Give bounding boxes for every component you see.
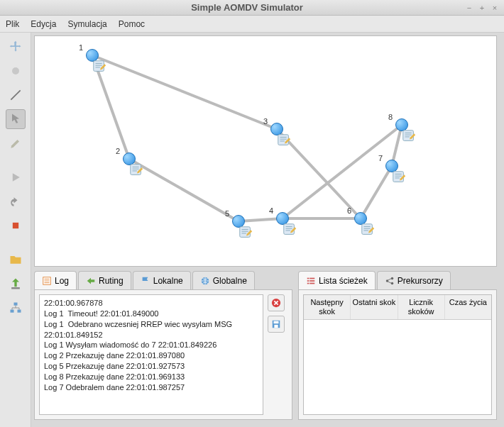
svg-rect-62: [309, 282, 314, 284]
node-note-icon: [360, 222, 376, 238]
menu-help[interactable]: Pomoc: [119, 19, 145, 29]
toolbar: [0, 33, 31, 427]
minimize-button[interactable]: −: [464, 3, 474, 13]
tab-log[interactable]: Log: [34, 271, 77, 289]
node-label-1: 1: [79, 43, 83, 52]
svg-line-14: [361, 166, 392, 218]
menu-simulation[interactable]: Symulacja: [67, 19, 106, 29]
th-next-hop[interactable]: Następny skok: [304, 295, 351, 319]
svg-rect-28: [284, 224, 295, 235]
svg-rect-24: [278, 135, 289, 145]
tab-routing[interactable]: Ruting: [78, 271, 131, 289]
th-hop-count[interactable]: Licznik skoków: [398, 295, 445, 319]
svg-rect-20: [131, 165, 141, 175]
log-textarea[interactable]: 22:01:00.967878 Log 1 Timeout! 22:01:01.…: [39, 294, 263, 415]
globe-icon: [200, 276, 210, 286]
svg-rect-60: [309, 280, 314, 282]
svg-line-1: [11, 90, 20, 99]
tab-local[interactable]: Lokalne: [133, 271, 191, 289]
node-note-icon: [282, 222, 297, 238]
maximize-button[interactable]: +: [477, 3, 487, 13]
svg-rect-56: [274, 325, 278, 328]
svg-line-7: [92, 55, 277, 129]
tool-step[interactable]: [6, 192, 26, 211]
paths-panel: Następny skok Ostatni skok Licznik skokó…: [298, 289, 497, 420]
tool-select[interactable]: [6, 109, 26, 129]
node-label-3: 3: [263, 117, 268, 126]
menu-edit[interactable]: Edycja: [31, 19, 56, 29]
node-label-2: 2: [116, 147, 120, 155]
tool-node[interactable]: [6, 61, 26, 81]
tab-paths[interactable]: Lista ścieżek: [298, 271, 376, 289]
right-tabs: Lista ścieżek Prekursorzy: [298, 271, 497, 289]
svg-rect-59: [307, 280, 309, 282]
titlebar: Simple AOMDV Simulator − + ×: [0, 0, 504, 16]
th-last-hop[interactable]: Ostatni skok: [351, 295, 398, 319]
node-note-icon: [391, 170, 407, 185]
node-note-icon: [92, 59, 107, 74]
simulation-canvas[interactable]: 12345678: [34, 35, 497, 267]
log-icon: [42, 276, 52, 286]
node-label-5: 5: [225, 209, 229, 218]
window-title: Simple AOMDV Simulator: [33, 2, 461, 13]
log-panel: 22:01:00.967878 Log 1 Timeout! 22:01:01.…: [34, 289, 292, 420]
paths-table[interactable]: Następny skok Ostatni skok Licznik skokó…: [303, 294, 492, 415]
tool-brush[interactable]: [6, 133, 26, 153]
svg-rect-4: [13, 303, 17, 306]
svg-rect-61: [307, 282, 309, 284]
node-label-8: 8: [388, 113, 393, 121]
list-icon: [306, 276, 316, 286]
node-note-icon: [401, 128, 417, 144]
svg-rect-16: [94, 61, 104, 72]
svg-rect-40: [393, 172, 404, 182]
left-tabs: Log Ruting Lokalne Globalne: [34, 271, 292, 289]
svg-point-0: [12, 67, 19, 74]
svg-line-12: [283, 125, 402, 218]
node-note-icon: [128, 162, 144, 178]
node-note-icon: [276, 133, 292, 148]
tool-save[interactable]: [6, 274, 26, 294]
tool-network[interactable]: [6, 298, 26, 318]
svg-rect-57: [307, 277, 309, 279]
th-lifetime[interactable]: Czas życia: [445, 295, 491, 319]
tool-pan[interactable]: [6, 37, 26, 57]
node-label-7: 7: [378, 154, 383, 162]
tool-open[interactable]: [6, 250, 26, 270]
svg-rect-6: [17, 310, 21, 313]
tool-play[interactable]: [6, 167, 26, 187]
svg-rect-5: [10, 310, 13, 313]
svg-rect-55: [274, 321, 279, 324]
node-note-icon: [238, 225, 253, 240]
log-clear-button[interactable]: [268, 294, 285, 311]
menu-file[interactable]: Plik: [6, 19, 19, 29]
routing-icon: [86, 276, 96, 286]
tool-edge[interactable]: [6, 85, 26, 105]
share-icon: [385, 276, 395, 286]
menubar: Plik Edycja Symulacja Pomoc: [0, 16, 504, 33]
log-save-button[interactable]: [268, 316, 285, 333]
node-label-6: 6: [347, 206, 351, 215]
svg-rect-32: [240, 227, 251, 238]
svg-rect-58: [309, 277, 314, 279]
svg-line-9: [129, 159, 239, 221]
close-button[interactable]: ×: [490, 3, 500, 13]
svg-rect-2: [12, 223, 18, 228]
flag-icon: [141, 276, 150, 286]
tab-global[interactable]: Globalne: [192, 271, 255, 289]
svg-rect-3: [11, 287, 20, 289]
tool-stop[interactable]: [6, 216, 26, 235]
node-label-4: 4: [269, 206, 273, 215]
tab-precursors[interactable]: Prekursorzy: [377, 271, 451, 289]
svg-rect-44: [403, 131, 414, 141]
svg-rect-36: [362, 224, 373, 235]
